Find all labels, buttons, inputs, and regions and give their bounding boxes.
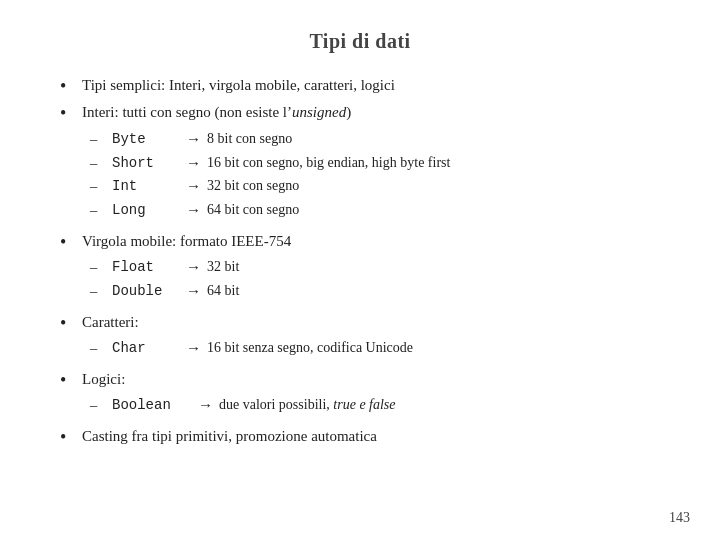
sub-item-float: – Float → 32 bit bbox=[90, 257, 239, 279]
bullet-text-2: Interi: tutti con segno (non esiste l’un… bbox=[82, 102, 351, 123]
arrow-boolean: → bbox=[198, 395, 213, 417]
arrow-double: → bbox=[186, 281, 201, 303]
sub-item-byte: – Byte → 8 bit con segno bbox=[90, 129, 450, 151]
key-long: Long bbox=[112, 200, 180, 220]
list-item-2: • Interi: tutti con segno (non esiste l’… bbox=[60, 102, 660, 226]
bullet-dot-4: • bbox=[60, 312, 78, 335]
dash-short: – bbox=[90, 153, 112, 174]
dash-boolean: – bbox=[90, 395, 112, 416]
key-double: Double bbox=[112, 281, 180, 301]
dash-long: – bbox=[90, 200, 112, 221]
desc-int: 32 bit con segno bbox=[207, 176, 299, 196]
list-item-3: • Virgola mobile: formato IEEE-754 – Flo… bbox=[60, 231, 660, 308]
bullet-text-3: Virgola mobile: formato IEEE-754 bbox=[82, 231, 291, 252]
sub-list-2: – Byte → 8 bit con segno – Short → 16 bi… bbox=[82, 129, 450, 224]
desc-byte: 8 bit con segno bbox=[207, 129, 292, 149]
desc-long: 64 bit con segno bbox=[207, 200, 299, 220]
bullet-dot-5: • bbox=[60, 369, 78, 392]
bullet-dot-3: • bbox=[60, 231, 78, 254]
sub-list-3: – Float → 32 bit – Double → 64 bit bbox=[82, 257, 239, 305]
slide-container: Tipi di dati • Tipi semplici: Interi, vi… bbox=[0, 0, 720, 540]
sub-list-4: – Char → 16 bit senza segno, codifica Un… bbox=[82, 338, 413, 362]
list-item-1: • Tipi semplici: Interi, virgola mobile,… bbox=[60, 75, 660, 98]
key-boolean: Boolean bbox=[112, 395, 192, 415]
sub-item-long: – Long → 64 bit con segno bbox=[90, 200, 450, 222]
desc-double: 64 bit bbox=[207, 281, 239, 301]
sub-list-5: – Boolean → due valori possibili, true e… bbox=[82, 395, 396, 419]
desc-char: 16 bit senza segno, codifica Unicode bbox=[207, 338, 413, 358]
dash-double: – bbox=[90, 281, 112, 302]
page-number: 143 bbox=[669, 510, 690, 526]
dash-int: – bbox=[90, 176, 112, 197]
sub-item-short: – Short → 16 bit con segno, big endian, … bbox=[90, 153, 450, 175]
key-byte: Byte bbox=[112, 129, 180, 149]
arrow-byte: → bbox=[186, 129, 201, 151]
bullet-text-6: Casting fra tipi primitivi, promozione a… bbox=[82, 426, 377, 447]
bullet-text-4: Caratteri: bbox=[82, 312, 139, 333]
key-short: Short bbox=[112, 153, 180, 173]
list-item-4: • Caratteri: – Char → 16 bit senza segno… bbox=[60, 312, 660, 365]
desc-boolean: due valori possibili, true e false bbox=[219, 395, 396, 415]
arrow-int: → bbox=[186, 176, 201, 198]
dash-char: – bbox=[90, 338, 112, 359]
key-int: Int bbox=[112, 176, 180, 196]
desc-short: 16 bit con segno, big endian, high byte … bbox=[207, 153, 450, 173]
arrow-float: → bbox=[186, 257, 201, 279]
arrow-short: → bbox=[186, 153, 201, 175]
sub-item-boolean: – Boolean → due valori possibili, true e… bbox=[90, 395, 396, 417]
list-item-5: • Logici: – Boolean → due valori possibi… bbox=[60, 369, 660, 422]
dash-float: – bbox=[90, 257, 112, 278]
bullet-text-5: Logici: bbox=[82, 369, 125, 390]
list-item-6: • Casting fra tipi primitivi, promozione… bbox=[60, 426, 660, 449]
slide-title: Tipi di dati bbox=[60, 30, 660, 53]
key-float: Float bbox=[112, 257, 180, 277]
desc-float: 32 bit bbox=[207, 257, 239, 277]
sub-item-double: – Double → 64 bit bbox=[90, 281, 239, 303]
arrow-long: → bbox=[186, 200, 201, 222]
bullet-dot-6: • bbox=[60, 426, 78, 449]
bullet-text-1: Tipi semplici: Interi, virgola mobile, c… bbox=[82, 75, 395, 96]
main-list: • Tipi semplici: Interi, virgola mobile,… bbox=[60, 75, 660, 449]
key-char: Char bbox=[112, 338, 180, 358]
dash-byte: – bbox=[90, 129, 112, 150]
sub-item-char: – Char → 16 bit senza segno, codifica Un… bbox=[90, 338, 413, 360]
bullet-dot-2: • bbox=[60, 102, 78, 125]
bullet-dot-1: • bbox=[60, 75, 78, 98]
arrow-char: → bbox=[186, 338, 201, 360]
sub-item-int: – Int → 32 bit con segno bbox=[90, 176, 450, 198]
